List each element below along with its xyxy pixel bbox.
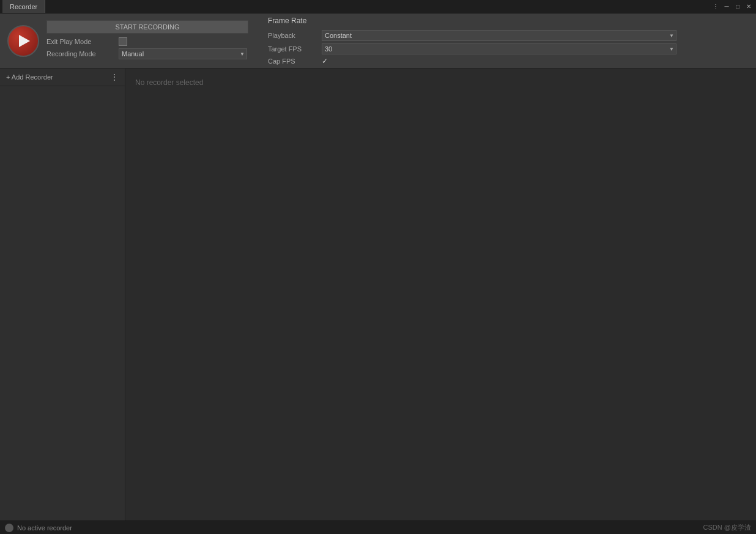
- target-fps-label: Target FPS: [268, 45, 317, 53]
- start-recording-button[interactable]: START RECORDING: [46, 20, 248, 34]
- sidebar-menu-button[interactable]: ⋮: [110, 72, 119, 82]
- framerate-title: Frame Rate: [268, 17, 676, 25]
- framerate-section: Frame Rate Playback Constant Variable Ta…: [268, 17, 676, 65]
- exit-play-mode-row: Exit Play Mode: [46, 37, 248, 46]
- recording-mode-row: Recording Mode Manual Auto: [46, 48, 248, 59]
- watermark: CSDN @皮学渣: [703, 523, 751, 532]
- minimize-button[interactable]: ─: [722, 2, 732, 12]
- maximize-button[interactable]: □: [733, 2, 743, 12]
- title-tabs: Recorder: [2, 0, 45, 13]
- window-controls: ⋮ ─ □ ✕: [711, 2, 754, 12]
- exit-play-mode-label: Exit Play Mode: [46, 38, 114, 45]
- record-button[interactable]: [7, 25, 39, 57]
- playback-label: Playback: [268, 32, 317, 39]
- toolbar-left-controls: START RECORDING Exit Play Mode Recording…: [46, 20, 248, 62]
- status-indicator-icon: [5, 524, 13, 532]
- recording-mode-select-wrapper: Manual Auto: [119, 48, 247, 59]
- recorder-tab-label: Recorder: [10, 3, 37, 10]
- add-recorder-button[interactable]: + Add Recorder: [6, 73, 53, 81]
- no-recorder-message: No recorder selected: [135, 78, 203, 87]
- playback-select-wrapper: Constant Variable: [322, 30, 676, 41]
- sidebar-menu-icon: ⋮: [110, 72, 119, 82]
- target-fps-row: Target FPS 24 25 30 50 60: [268, 43, 676, 54]
- play-icon: [19, 35, 30, 47]
- playback-select[interactable]: Constant Variable: [322, 30, 676, 41]
- status-text: No active recorder: [17, 524, 72, 532]
- start-recording-label: START RECORDING: [115, 23, 179, 31]
- sidebar-header: + Add Recorder ⋮: [0, 69, 125, 86]
- recorder-tab[interactable]: Recorder: [2, 0, 45, 13]
- add-recorder-label: + Add Recorder: [6, 73, 53, 81]
- sidebar: + Add Recorder ⋮: [0, 69, 125, 521]
- status-bar: No active recorder CSDN @皮学渣: [0, 521, 756, 534]
- cap-fps-checkmark: ✓: [322, 57, 328, 65]
- target-fps-select-wrapper: 24 25 30 50 60: [322, 43, 676, 54]
- recording-mode-select[interactable]: Manual Auto: [119, 48, 247, 59]
- options-button[interactable]: ⋮: [711, 2, 721, 12]
- toolbar: START RECORDING Exit Play Mode Recording…: [0, 13, 756, 69]
- title-bar: Recorder ⋮ ─ □ ✕: [0, 0, 756, 13]
- recording-mode-label: Recording Mode: [46, 50, 114, 57]
- cap-fps-label: Cap FPS: [268, 57, 317, 65]
- close-button[interactable]: ✕: [744, 2, 754, 12]
- playback-row: Playback Constant Variable: [268, 30, 676, 41]
- exit-play-mode-checkbox[interactable]: [119, 37, 127, 46]
- cap-fps-row: Cap FPS ✓: [268, 57, 676, 65]
- content-pane: No recorder selected: [125, 69, 756, 521]
- main-content: + Add Recorder ⋮ No recorder selected: [0, 69, 756, 521]
- status-left: No active recorder: [5, 524, 72, 532]
- target-fps-select[interactable]: 24 25 30 50 60: [322, 43, 676, 54]
